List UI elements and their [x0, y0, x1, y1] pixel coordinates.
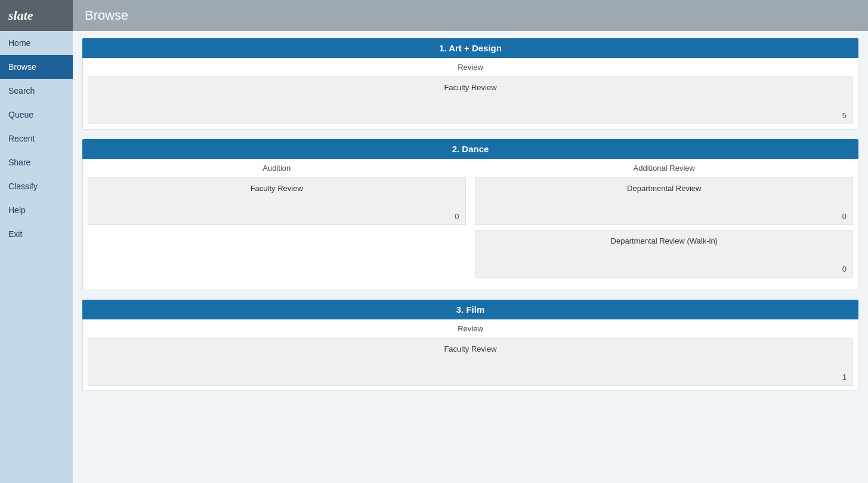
card-title: Departmental Review (Walk-in) — [483, 236, 846, 245]
main-content: 1. Art + DesignReviewFaculty Review52. D… — [73, 31, 868, 483]
sidebar-item-recent[interactable]: Recent — [0, 127, 73, 150]
card-count: 0 — [842, 212, 847, 221]
card-title: Faculty Review — [95, 83, 845, 92]
cards-row: Faculty Review0Departmental Review0Depar… — [83, 175, 858, 290]
sections-container: 1. Art + DesignReviewFaculty Review52. D… — [82, 38, 858, 391]
section-body-dance: AuditionAdditional ReviewFaculty Review0… — [82, 159, 858, 290]
sidebar-item-classify[interactable]: Classify — [0, 174, 73, 198]
sidebar-item-queue[interactable]: Queue — [0, 103, 73, 127]
card-title: Faculty Review — [95, 184, 458, 193]
card-count: 0 — [842, 264, 847, 273]
review-card[interactable]: Faculty Review5 — [88, 76, 853, 124]
stage-label: Audition — [83, 164, 471, 173]
page-header: Browse — [73, 0, 868, 31]
main-panel: Browse 1. Art + DesignReviewFaculty Revi… — [73, 0, 868, 483]
stage-label: Review — [83, 319, 858, 336]
review-card[interactable]: Departmental Review0 — [475, 177, 854, 225]
cards-row: Faculty Review1 — [83, 336, 858, 390]
section-film: 3. FilmReviewFaculty Review1 — [82, 300, 858, 391]
sidebar-nav: HomeBrowseSearchQueueRecentShareClassify… — [0, 31, 73, 246]
logo: slate — [0, 0, 73, 31]
section-art-design: 1. Art + DesignReviewFaculty Review5 — [82, 38, 858, 130]
section-body-film: ReviewFaculty Review1 — [82, 319, 858, 391]
section-body-art-design: ReviewFaculty Review5 — [82, 58, 858, 130]
section-header-dance: 2. Dance — [82, 139, 858, 159]
card-title: Faculty Review — [95, 344, 845, 353]
review-card[interactable]: Departmental Review (Walk-in)0 — [475, 230, 854, 278]
sidebar-item-help[interactable]: Help — [0, 198, 73, 222]
card-count: 5 — [842, 111, 847, 120]
sidebar-item-share[interactable]: Share — [0, 150, 73, 174]
column-wrap: Faculty Review0 — [83, 175, 471, 285]
section-dance: 2. DanceAuditionAdditional ReviewFaculty… — [82, 139, 858, 290]
section-header-art-design: 1. Art + Design — [82, 38, 858, 58]
stage-row: AuditionAdditional Review — [83, 159, 858, 175]
sidebar: slate HomeBrowseSearchQueueRecentShareCl… — [0, 0, 73, 483]
cards-row: Faculty Review5 — [83, 74, 858, 129]
card-title: Departmental Review — [483, 184, 846, 193]
sidebar-item-exit[interactable]: Exit — [0, 222, 73, 246]
stage-label: Additional Review — [471, 164, 858, 173]
card-count: 0 — [455, 212, 459, 221]
column-wrap: Departmental Review0Departmental Review … — [471, 175, 858, 285]
sidebar-item-browse[interactable]: Browse — [0, 55, 73, 79]
review-card[interactable]: Faculty Review1 — [88, 338, 853, 386]
page-title: Browse — [85, 8, 128, 23]
sidebar-item-home[interactable]: Home — [0, 31, 73, 55]
section-header-film: 3. Film — [82, 300, 858, 319]
stage-label: Review — [83, 58, 858, 74]
card-count: 1 — [842, 373, 847, 382]
sidebar-item-search[interactable]: Search — [0, 79, 73, 103]
review-card[interactable]: Faculty Review0 — [88, 177, 466, 225]
